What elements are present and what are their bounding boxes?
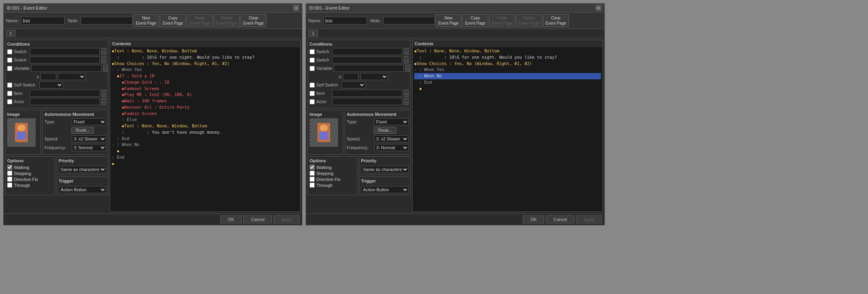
item-checkbox-2[interactable] [310,91,315,96]
item-input-1[interactable] [30,90,100,97]
variable-btn-1[interactable]: … [103,65,107,72]
switch1-btn-1[interactable]: … [101,48,106,55]
new-event-page-btn-1[interactable]: NewEvent Page [133,14,159,27]
self-switch-row-2: Self Switch [310,81,409,88]
item-btn-1[interactable]: … [101,90,106,97]
variable-value-input-1[interactable] [40,73,56,80]
apply-btn-1[interactable]: Apply [273,215,300,223]
type-select-2[interactable]: Fixed [374,118,409,125]
switch1-checkbox-2[interactable] [310,49,315,54]
self-switch-checkbox-2[interactable] [310,83,315,88]
actor-checkbox-2[interactable] [310,99,315,104]
variable-value-input-2[interactable] [343,73,359,80]
variable-btn-2[interactable]: … [405,65,410,72]
actor-btn-1[interactable]: … [101,98,106,105]
through-checkbox-2[interactable] [310,183,315,188]
clear-event-page-btn-1[interactable]: ClearEvent Page [241,14,267,27]
delete-event-page-btn-2[interactable]: DeleteEvent Page [516,14,542,27]
speed-select-2[interactable]: 3: x2 Slower [374,135,409,142]
switch2-input-1[interactable] [30,56,100,63]
stepping-checkbox-1[interactable] [7,171,12,176]
note-label-2: Note: [370,18,380,23]
priority-select-1[interactable]: Same as characters [59,166,106,173]
variable-input-2[interactable] [334,65,404,72]
contents-list-2[interactable]: ◆Text : None, None, Window, Bottom : : 1… [413,47,602,211]
copy-event-page-btn-1[interactable]: CopyEvent Page [160,14,186,27]
contents-section-2: Contents ◆Text : None, None, Window, Bot… [412,40,603,212]
ok-btn-1[interactable]: OK [220,215,242,223]
switch2-btn-1[interactable]: … [101,56,106,63]
switch2-btn-2[interactable]: … [404,56,409,63]
freq-row-1: Frequency: 3: Normal [44,144,106,151]
variable-compare-select-1[interactable] [58,73,86,80]
trigger-select-2[interactable]: Action Button [361,186,409,193]
variable-eq-row-2: ≥ [310,73,409,80]
actor-input-2[interactable] [332,98,402,105]
image-box-2[interactable] [310,118,338,147]
variable-input-1[interactable] [31,65,101,72]
new-event-page-btn-2[interactable]: NewEvent Page [436,14,462,27]
paste-event-page-btn-1[interactable]: PasteEvent Page [187,14,213,27]
content-line: ◆Show Choices : Yes, No (Window, Right, … [414,61,601,67]
route-btn-2[interactable]: Route... [374,127,396,134]
walking-checkbox-1[interactable] [7,165,12,170]
self-switch-select-1[interactable] [39,81,63,88]
note-input-2[interactable] [383,17,435,25]
clear-event-page-btn-2[interactable]: ClearEvent Page [543,14,569,27]
actor-checkbox-1[interactable] [7,99,12,104]
stepping-checkbox-2[interactable] [310,171,315,176]
item-btn-2[interactable]: … [404,90,409,97]
variable-checkbox-1[interactable] [7,66,12,71]
type-select-1[interactable]: Fixed [72,118,106,125]
page-tab-2-1[interactable]: 1 [308,30,318,37]
image-box-1[interactable] [7,118,36,147]
cancel-btn-1[interactable]: Cancel [243,215,272,223]
sprite-2 [317,123,330,142]
note-input-1[interactable] [81,17,132,25]
trigger-select-1[interactable]: Action Button [59,186,106,193]
self-switch-select-2[interactable] [342,81,365,88]
self-switch-checkbox-1[interactable] [7,83,12,88]
contents-section-1: Contents ◆Text : None, None, Window, Bot… [110,40,300,212]
switch2-checkbox-2[interactable] [310,58,315,63]
content-line: ◆ [112,148,298,154]
variable-compare-select-2[interactable] [360,73,388,80]
name-input-1[interactable] [21,17,65,25]
switch2-checkbox-1[interactable] [7,58,12,63]
apply-btn-2[interactable]: Apply [576,215,602,223]
switch1-btn-2[interactable]: … [404,48,409,55]
switch2-input-2[interactable] [332,56,402,63]
item-checkbox-1[interactable] [7,91,12,96]
item-input-2[interactable] [332,90,402,97]
contents-list-1[interactable]: ◆Text : None, None, Window, Bottom : : 1… [110,47,300,211]
page-tab-1-1[interactable]: 1 [6,30,15,37]
ok-btn-2[interactable]: OK [523,215,544,223]
options-title-2: Options [310,158,356,163]
close-button-2[interactable]: ✕ [596,5,601,11]
freq-select-2[interactable]: 3: Normal [374,144,409,151]
switch1-checkbox-1[interactable] [7,49,12,54]
freq-select-1[interactable]: 3: Normal [72,144,106,151]
delete-event-page-btn-1[interactable]: DeleteEvent Page [214,14,240,27]
actor-row-1: Actor … [7,98,106,105]
actor-btn-2[interactable]: … [404,98,409,105]
paste-event-page-btn-2[interactable]: PasteEvent Page [489,14,515,27]
close-button-1[interactable]: ✕ [293,5,299,11]
switch1-input-1[interactable] [30,48,100,55]
through-checkbox-1[interactable] [7,183,12,188]
left-panel-2: Conditions Switch … Switch … Variable [308,40,411,212]
copy-event-page-btn-2[interactable]: CopyEvent Page [462,14,488,27]
direction-fix-checkbox-2[interactable] [310,177,315,182]
actor-input-1[interactable] [30,98,100,105]
direction-fix-checkbox-1[interactable] [7,177,12,182]
cancel-btn-2[interactable]: Cancel [546,215,574,223]
switch1-input-2[interactable] [332,48,402,55]
name-input-2[interactable] [323,17,367,25]
route-btn-1[interactable]: Route... [71,127,94,134]
variable-checkbox-2[interactable] [310,66,315,71]
walking-checkbox-2[interactable] [310,165,315,170]
priority-select-2[interactable]: Same as characters [361,166,409,173]
speed-select-1[interactable]: 3: x2 Slower [72,135,106,142]
options-priority-row-2: Options Walking Stepping Direction Fix [308,156,411,195]
content-line: ◆ [414,86,601,92]
